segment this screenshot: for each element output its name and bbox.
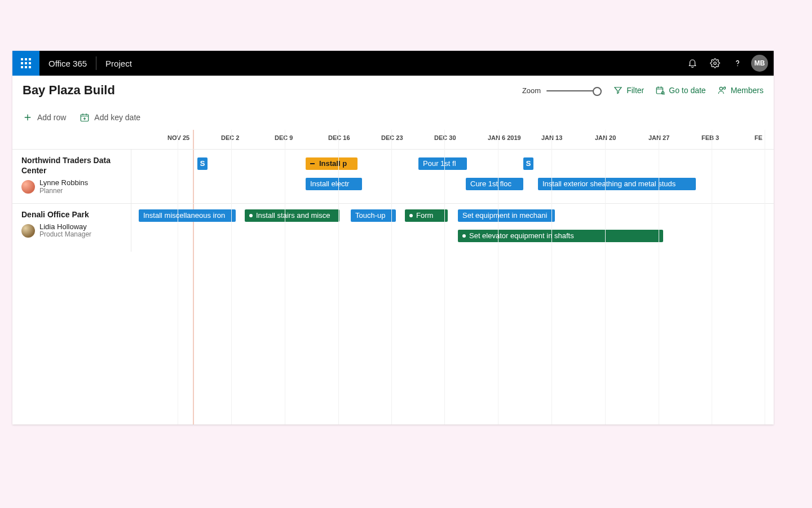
app-window: Office 365 Project MB Bay Plaza Build Zo <box>12 51 774 424</box>
task-label: Install exterior sheathing and metal stu… <box>542 178 676 190</box>
avatar <box>21 224 35 238</box>
timescale-tick: DEC 30 <box>434 134 456 141</box>
suite-link[interactable]: Office 365 <box>39 51 96 76</box>
timescale-tick: FE <box>754 134 762 141</box>
add-key-date-label: Add key date <box>94 113 140 122</box>
zoom-slider[interactable] <box>546 86 602 94</box>
owner-role: Planner <box>39 187 88 195</box>
task-label: Pour 1st fl <box>423 157 456 170</box>
zoom-label: Zoom <box>522 86 541 95</box>
task-label: Set equipment in mechani <box>462 209 547 222</box>
timeline-row: Northwind Traders Data CenterLynne Robbi… <box>12 149 774 203</box>
bullet-icon <box>462 234 466 238</box>
task-bar[interactable]: Form <box>405 209 448 222</box>
global-nav: Office 365 Project MB <box>12 51 774 76</box>
timescale-tick: JAN 13 <box>541 134 562 141</box>
task-bar[interactable]: Cure 1st floc <box>466 178 523 190</box>
filter-icon <box>613 85 623 95</box>
user-avatar[interactable]: MB <box>751 55 768 72</box>
task-bar[interactable]: Install miscellaneous iron <box>139 209 236 222</box>
app-launcher[interactable] <box>12 51 39 76</box>
row-owner[interactable]: Lynne RobbinsPlanner <box>21 179 123 194</box>
task-label: Form <box>416 209 433 222</box>
timeline: Site inspec… NOV 25DEC 2DEC 9DEC 16DEC 2… <box>12 130 774 424</box>
settings-button[interactable] <box>704 51 726 76</box>
owner-name: Lidia Holloway <box>39 223 91 231</box>
task-bar[interactable]: S <box>197 157 208 170</box>
task-label: Install miscellaneous iron <box>143 209 225 222</box>
svg-point-0 <box>714 62 717 65</box>
task-bar[interactable]: Install exterior sheathing and metal stu… <box>538 178 696 190</box>
members-button[interactable]: Members <box>717 85 764 95</box>
task-label: Install stairs and misce <box>256 209 330 222</box>
timescale-tick: NOV 25 <box>167 134 189 141</box>
task-bar[interactable]: S <box>523 157 533 170</box>
filter-label: Filter <box>626 86 644 95</box>
timescale-tick: JAN 27 <box>648 134 669 141</box>
timeline-row: Denali Office ParkLidia HollowayProduct … <box>12 203 774 252</box>
row-title: Denali Office Park <box>21 209 123 220</box>
task-label: Touch-up <box>355 209 385 222</box>
task-bar[interactable]: Touch-up <box>351 209 396 222</box>
go-to-date-label: Go to date <box>669 86 705 95</box>
timescale-tick: DEC 23 <box>381 134 403 141</box>
row-header[interactable]: Denali Office ParkLidia HollowayProduct … <box>12 204 131 252</box>
bullet-icon <box>249 214 253 217</box>
go-to-date-button[interactable]: Go to date <box>655 85 705 95</box>
task-bar[interactable]: Set elevator equipment in shafts <box>458 230 663 242</box>
task-label: S <box>200 157 205 170</box>
task-bar[interactable]: Set equipment in mechani <box>458 209 555 222</box>
calendar-plus-icon <box>80 112 90 122</box>
svg-point-4 <box>720 87 722 90</box>
task-label: Cure 1st floc <box>470 178 511 190</box>
task-bar[interactable]: Install p <box>306 157 358 170</box>
task-bar[interactable]: Install stairs and misce <box>245 209 339 222</box>
secondary-command-bar: Add row Add key date <box>12 105 774 130</box>
timescale-header: NOV 25DEC 2DEC 9DEC 16DEC 23DEC 30JAN 6 … <box>12 130 774 149</box>
add-row-button[interactable]: Add row <box>23 112 66 122</box>
timescale-tick: FEB 3 <box>701 134 719 141</box>
row-header[interactable]: Northwind Traders Data CenterLynne Robbi… <box>12 150 131 203</box>
collapse-icon <box>310 163 315 164</box>
row-title: Northwind Traders Data Center <box>21 155 123 176</box>
calendar-search-icon <box>655 85 665 95</box>
timescale-tick: JAN 20 <box>595 134 616 141</box>
task-label: Install electr <box>310 178 349 190</box>
row-owner[interactable]: Lidia HollowayProduct Manager <box>21 223 123 238</box>
plus-icon <box>23 112 33 122</box>
gear-icon <box>710 58 720 68</box>
timescale-tick: DEC 16 <box>328 134 350 141</box>
bell-icon <box>687 58 698 68</box>
timescale-tick: DEC 9 <box>275 134 293 141</box>
owner-name: Lynne Robbins <box>39 179 88 187</box>
project-title: Bay Plaza Build <box>23 83 115 98</box>
filter-button[interactable]: Filter <box>613 85 644 95</box>
question-icon <box>732 58 743 68</box>
timescale-tick: JAN 6 2019 <box>488 134 521 141</box>
notifications-button[interactable] <box>681 51 704 76</box>
timeline-rows: Northwind Traders Data CenterLynne Robbi… <box>12 149 774 424</box>
task-label: S <box>526 157 531 170</box>
avatar <box>21 180 35 194</box>
add-key-date-button[interactable]: Add key date <box>80 112 140 122</box>
members-icon <box>717 85 727 95</box>
command-bar: Bay Plaza Build Zoom Filter Go to date <box>12 76 774 105</box>
add-row-label: Add row <box>37 113 66 122</box>
task-label: Install p <box>319 157 347 170</box>
waffle-icon <box>21 58 31 68</box>
timescale-tick: DEC 2 <box>221 134 239 141</box>
members-label: Members <box>731 86 764 95</box>
help-button[interactable] <box>726 51 749 76</box>
app-link[interactable]: Project <box>96 51 141 76</box>
task-bar[interactable]: Install electr <box>306 178 362 190</box>
bullet-icon <box>409 214 413 217</box>
task-label: Set elevator equipment in shafts <box>469 230 574 242</box>
svg-point-1 <box>737 65 738 67</box>
task-bar[interactable]: Pour 1st fl <box>418 157 467 170</box>
owner-role: Product Manager <box>39 231 91 238</box>
